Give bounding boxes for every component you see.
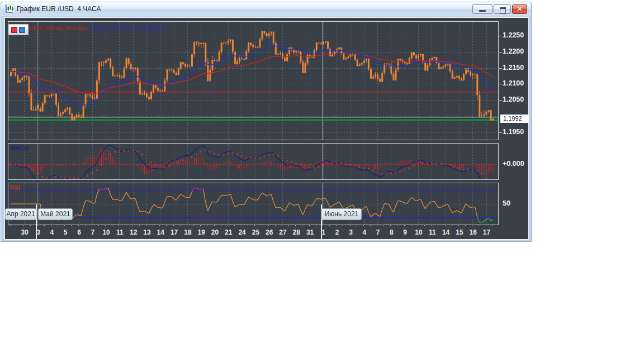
time-axis-label: 17 bbox=[480, 228, 494, 236]
time-axis-label: 7 bbox=[86, 228, 100, 236]
maximize-icon bbox=[500, 7, 506, 13]
chart-window: График EUR /USD 4 ЧАСА ✕ Exponential_Mov… bbox=[1, 2, 532, 242]
time-axis-label: 15 bbox=[452, 228, 467, 236]
month-badge-may: Май 2021 bbox=[38, 208, 73, 220]
time-axis-tick bbox=[465, 225, 466, 226]
time-axis-tick bbox=[445, 225, 446, 226]
macd-label: MACD bbox=[10, 145, 29, 151]
close-button[interactable]: ✕ bbox=[512, 4, 527, 14]
time-axis-label: 21 bbox=[221, 228, 236, 236]
rsi-panel bbox=[8, 183, 499, 225]
time-axis-tick bbox=[452, 225, 452, 226]
time-axis-label: 26 bbox=[262, 228, 277, 236]
time-axis-label: 3 bbox=[31, 228, 46, 236]
price-axis-tick bbox=[499, 36, 502, 36]
time-axis-tick bbox=[51, 225, 51, 226]
window-title: График EUR /USD 4 ЧАСА bbox=[17, 5, 101, 13]
time-axis-tick bbox=[193, 225, 194, 226]
time-axis-label: 11 bbox=[112, 228, 127, 236]
time-axis-tick bbox=[23, 225, 24, 226]
rsi-canvas[interactable] bbox=[8, 183, 498, 225]
time-axis-tick bbox=[241, 225, 242, 226]
blue-ema-chip-icon[interactable] bbox=[19, 27, 25, 33]
price-axis-label: 1.2050 bbox=[503, 96, 529, 103]
time-axis-label: 16 bbox=[466, 228, 480, 236]
price-axis-label: 1.2250 bbox=[503, 31, 529, 39]
time-axis-label: 2 bbox=[330, 228, 344, 236]
desktop: График EUR /USD 4 ЧАСА ✕ Exponential_Mov… bbox=[0, 0, 644, 362]
macd-canvas[interactable] bbox=[8, 144, 498, 179]
time-axis-label: 4 bbox=[45, 228, 59, 236]
time-axis-tick bbox=[390, 225, 391, 226]
time-axis-tick bbox=[200, 225, 201, 226]
minimize-button[interactable] bbox=[472, 4, 493, 14]
time-axis-label: 5 bbox=[58, 228, 73, 236]
time-axis-tick bbox=[64, 225, 65, 226]
time-axis-tick bbox=[173, 225, 174, 226]
time-axis-label: 12 bbox=[126, 228, 141, 236]
time-axis-label: 14 bbox=[439, 228, 453, 236]
current-price-badge: 1.1992 bbox=[500, 115, 528, 123]
time-axis-tick bbox=[350, 225, 351, 226]
time-axis-label: 11 bbox=[425, 228, 439, 236]
time-axis-label: 13 bbox=[140, 228, 154, 236]
time-axis-label: 1 bbox=[316, 228, 331, 236]
time-axis-tick bbox=[78, 225, 79, 226]
time-axis-tick bbox=[363, 225, 364, 226]
time-axis-tick bbox=[254, 225, 255, 226]
ema-blue-legend-label: Exponential_Moving_Average bbox=[89, 25, 164, 31]
time-axis-tick bbox=[268, 225, 269, 226]
time-axis-tick bbox=[105, 225, 106, 226]
time-axis-tick bbox=[411, 225, 411, 226]
time-axis-tick bbox=[248, 225, 248, 226]
time-axis-tick bbox=[343, 225, 343, 226]
time-axis-tick bbox=[228, 225, 228, 226]
time-axis-tick bbox=[323, 225, 323, 226]
time-axis-tick bbox=[397, 225, 398, 226]
indicator-color-chips[interactable] bbox=[8, 24, 29, 35]
price-chart-canvas[interactable] bbox=[8, 22, 498, 140]
time-axis-tick bbox=[221, 225, 221, 226]
time-axis-label: 10 bbox=[411, 228, 426, 236]
price-axis-label: 1.2150 bbox=[503, 64, 529, 72]
time-axis-tick bbox=[37, 225, 38, 226]
time-axis-label: 24 bbox=[235, 228, 249, 236]
time-axis-tick bbox=[30, 225, 31, 226]
time-axis-label: 9 bbox=[398, 228, 413, 236]
time-axis-tick bbox=[187, 225, 187, 226]
price-axis-label: 1.2100 bbox=[503, 79, 529, 87]
time-axis-label: 14 bbox=[153, 228, 168, 236]
time-axis-tick bbox=[424, 225, 425, 226]
time-axis-tick bbox=[234, 225, 235, 226]
rsi-label: RSI bbox=[10, 184, 20, 191]
maximize-button[interactable] bbox=[494, 4, 511, 14]
time-axis-tick bbox=[119, 225, 119, 226]
time-axis-tick bbox=[132, 225, 133, 226]
time-axis-tick bbox=[302, 225, 302, 226]
time-axis-label: 3 bbox=[344, 228, 358, 236]
minimize-icon bbox=[479, 10, 486, 12]
time-axis-tick bbox=[370, 225, 371, 226]
time-axis-label: 28 bbox=[289, 228, 304, 236]
red-ema-chip-icon[interactable] bbox=[11, 27, 17, 33]
time-axis-tick bbox=[479, 225, 479, 226]
time-axis-tick bbox=[214, 225, 215, 226]
time-axis-label: 25 bbox=[248, 228, 263, 236]
time-axis-tick bbox=[44, 225, 45, 226]
time-axis-tick bbox=[85, 225, 86, 226]
time-axis-tick bbox=[431, 225, 432, 226]
price-axis-tick bbox=[499, 100, 502, 101]
time-axis-tick bbox=[262, 225, 262, 226]
title-bar[interactable]: График EUR /USD 4 ЧАСА ✕ bbox=[1, 2, 531, 16]
time-axis-tick bbox=[139, 225, 140, 226]
macd-panel bbox=[8, 143, 499, 180]
time-axis-tick bbox=[126, 225, 126, 226]
price-axis-tick bbox=[499, 84, 502, 84]
time-axis-tick bbox=[92, 225, 92, 226]
time-axis-tick bbox=[493, 225, 493, 226]
chart-client-area: Exponential_Moving_Average Exponential_M… bbox=[4, 17, 529, 240]
time-axis-label: 8 bbox=[384, 228, 399, 236]
time-axis-label: 27 bbox=[276, 228, 290, 236]
time-axis-tick bbox=[275, 225, 276, 226]
rsi-mid-label: 50 bbox=[503, 199, 510, 207]
